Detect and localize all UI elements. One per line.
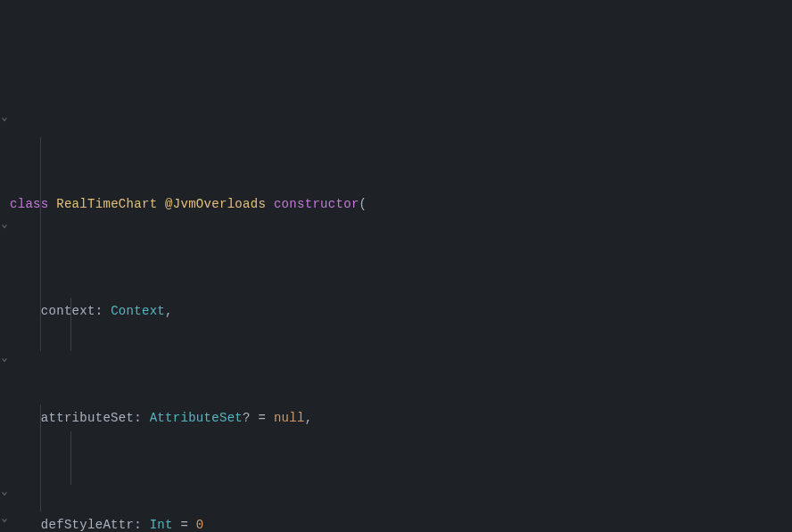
fold-marker-icon[interactable] (0, 115, 9, 124)
type-name: AttributeSet (150, 405, 243, 431)
type-name: Context (111, 298, 165, 324)
code-line: class RealTimeChart @JvmOverloads constr… (10, 191, 792, 217)
fold-marker-icon[interactable] (0, 489, 9, 498)
keyword-class: class (10, 191, 49, 217)
annotation: @JvmOverloads (165, 191, 266, 217)
code-line: attributeSet: AttributeSet? = null, (10, 405, 792, 431)
type-name: Int (150, 512, 173, 532)
param-name: attributeSet (41, 405, 134, 431)
param-name: defStyleAttr (41, 512, 134, 532)
keyword-constructor: constructor (274, 191, 359, 217)
fold-marker-icon[interactable] (0, 356, 9, 364)
keyword-null: null (274, 405, 305, 431)
fold-marker-icon[interactable] (0, 516, 9, 525)
code-line: context: Context, (10, 298, 792, 324)
param-name: context (41, 298, 95, 324)
class-name: RealTimeChart (56, 191, 157, 217)
editor-gutter (0, 0, 9, 532)
number-literal: 0 (196, 512, 204, 532)
code-editor[interactable]: class RealTimeChart @JvmOverloads constr… (10, 4, 792, 532)
fold-marker-icon[interactable] (0, 222, 9, 231)
code-line: defStyleAttr: Int = 0 (10, 512, 792, 532)
